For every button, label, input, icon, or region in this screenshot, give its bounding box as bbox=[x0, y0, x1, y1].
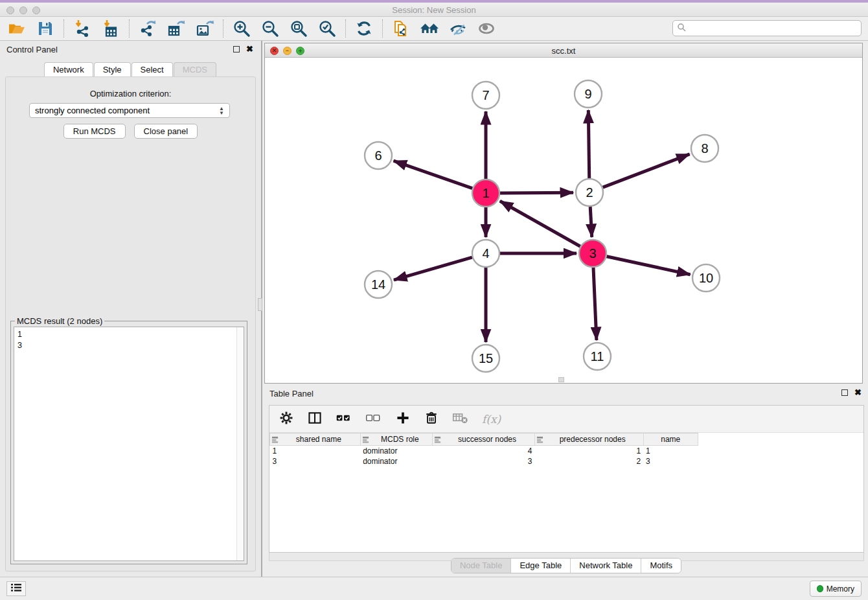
table-row[interactable]: 3 dominator 3 2 3 bbox=[270, 456, 698, 467]
mcds-result-area[interactable]: 1 3 bbox=[14, 327, 244, 561]
split-columns-icon bbox=[307, 410, 323, 428]
float-table-panel-icon[interactable] bbox=[841, 389, 848, 396]
graph-node-label: 2 bbox=[586, 185, 593, 200]
chevron-up-down-icon: ▲▼ bbox=[219, 106, 224, 115]
result-scrollbar[interactable] bbox=[236, 327, 244, 560]
delete-row-button[interactable] bbox=[424, 410, 439, 428]
graph-node-label: 9 bbox=[584, 87, 591, 101]
cell-mcds-role[interactable]: dominator bbox=[360, 456, 433, 467]
export-image-button[interactable] bbox=[194, 19, 215, 38]
cell-shared-name[interactable]: 1 bbox=[270, 446, 361, 456]
zoom-fit-button[interactable] bbox=[288, 19, 309, 38]
network-canvas[interactable]: 7968124314101511 bbox=[265, 58, 862, 383]
graph-edge-2-9[interactable] bbox=[588, 110, 589, 178]
graph-node-11[interactable]: 11 bbox=[584, 343, 611, 370]
graph-edge-3-1[interactable] bbox=[500, 201, 580, 246]
canvas-resize-handle[interactable] bbox=[558, 377, 564, 382]
deselect-all-button[interactable] bbox=[365, 411, 382, 428]
open-session-button[interactable] bbox=[6, 19, 27, 38]
zoom-selected-button[interactable] bbox=[317, 19, 337, 38]
tab-motifs[interactable]: Motifs bbox=[641, 559, 681, 573]
optimization-select[interactable]: strongly connected component ▲▼ bbox=[29, 103, 230, 118]
import-network-button[interactable] bbox=[72, 19, 93, 38]
tab-style[interactable]: Style bbox=[94, 62, 131, 77]
tab-network-table[interactable]: Network Table bbox=[571, 559, 641, 573]
zoom-out-button[interactable] bbox=[260, 19, 280, 38]
save-session-button[interactable] bbox=[35, 19, 56, 38]
graph-edge-2-8[interactable] bbox=[603, 154, 690, 187]
close-panel-icon[interactable]: ✖ bbox=[246, 46, 253, 52]
close-table-panel-icon[interactable]: ✖ bbox=[854, 389, 862, 396]
column-flag-icon bbox=[434, 436, 441, 443]
graph-node-label: 11 bbox=[591, 349, 604, 363]
cell-predecessor-nodes[interactable]: 1 bbox=[534, 446, 643, 456]
cell-mcds-role[interactable]: dominator bbox=[360, 446, 433, 456]
graph-node-1[interactable]: 1 bbox=[472, 179, 499, 207]
column-header-successor-nodes[interactable]: successor nodes bbox=[433, 433, 535, 446]
network-window-titlebar[interactable]: ✕ − ＋ scc.txt bbox=[265, 43, 862, 58]
graph-edge-1-6[interactable] bbox=[394, 161, 473, 189]
add-row-button[interactable] bbox=[395, 410, 411, 428]
splitter-handle[interactable] bbox=[258, 298, 262, 311]
duplicate-network-icon bbox=[392, 19, 410, 38]
graph-node-label: 3 bbox=[589, 246, 596, 260]
zoom-in-button[interactable] bbox=[231, 19, 252, 38]
column-header-name[interactable]: name bbox=[643, 433, 698, 446]
cell-name[interactable]: 3 bbox=[643, 456, 698, 467]
graph-node-2[interactable]: 2 bbox=[576, 179, 603, 206]
search-input[interactable] bbox=[686, 22, 861, 35]
graph-edge-2-3[interactable] bbox=[590, 207, 592, 237]
select-all-button[interactable] bbox=[336, 411, 352, 428]
graph-node-label: 10 bbox=[699, 271, 713, 285]
export-table-button[interactable] bbox=[166, 19, 187, 38]
hide-graphics-details-button[interactable] bbox=[448, 19, 468, 38]
split-panel-button[interactable] bbox=[307, 410, 323, 428]
graph-node-14[interactable]: 14 bbox=[365, 271, 392, 298]
graph-edge-4-14[interactable] bbox=[394, 257, 472, 280]
table-panel: Table Panel ✖ bbox=[264, 386, 868, 575]
graph-node-7[interactable]: 7 bbox=[472, 82, 499, 109]
graph-node-label: 6 bbox=[374, 148, 382, 163]
graph-node-3[interactable]: 3 bbox=[579, 240, 606, 267]
column-header-predecessor-nodes[interactable]: predecessor nodes bbox=[534, 433, 643, 446]
float-panel-icon[interactable] bbox=[233, 46, 240, 52]
cell-name[interactable]: 1 bbox=[643, 446, 698, 456]
graph-edge-3-11[interactable] bbox=[593, 268, 597, 340]
tab-select[interactable]: Select bbox=[131, 62, 173, 77]
column-flag-icon bbox=[362, 436, 369, 443]
memory-button[interactable]: Memory bbox=[810, 581, 862, 597]
import-network-icon bbox=[73, 19, 91, 38]
tab-node-table[interactable]: Node Table bbox=[451, 559, 512, 573]
tab-network[interactable]: Network bbox=[44, 62, 93, 77]
graph-edge-1-2[interactable] bbox=[500, 192, 573, 193]
graph-node-4[interactable]: 4 bbox=[472, 240, 499, 267]
toolbar-separator bbox=[345, 19, 346, 38]
export-network-button[interactable] bbox=[137, 19, 158, 38]
cell-successor-nodes[interactable]: 3 bbox=[433, 456, 535, 467]
duplicate-network-button[interactable] bbox=[391, 19, 411, 38]
show-graphics-details-button[interactable] bbox=[476, 19, 497, 38]
close-panel-button[interactable]: Close panel bbox=[134, 124, 198, 139]
tab-mcds[interactable]: MCDS bbox=[174, 62, 216, 77]
column-header-shared-name[interactable]: shared name bbox=[270, 433, 361, 446]
run-mcds-button[interactable]: Run MCDS bbox=[63, 124, 126, 139]
table-row[interactable]: 1 dominator 4 1 1 bbox=[270, 446, 698, 456]
mcds-result-title: MCDS result (2 nodes) bbox=[15, 316, 104, 326]
task-history-button[interactable] bbox=[6, 581, 26, 596]
import-table-button[interactable] bbox=[100, 19, 121, 38]
graph-node-10[interactable]: 10 bbox=[692, 264, 720, 292]
refresh-button[interactable] bbox=[354, 19, 374, 38]
delete-table-button bbox=[452, 411, 469, 428]
cell-shared-name[interactable]: 3 bbox=[270, 456, 361, 467]
graph-node-6[interactable]: 6 bbox=[365, 142, 392, 169]
cell-predecessor-nodes[interactable]: 2 bbox=[534, 456, 643, 467]
graph-node-8[interactable]: 8 bbox=[691, 135, 718, 162]
column-header-mcds-role[interactable]: MCDS role bbox=[360, 433, 433, 446]
graph-node-15[interactable]: 15 bbox=[472, 345, 499, 372]
tab-edge-table[interactable]: Edge Table bbox=[511, 559, 571, 573]
graph-node-9[interactable]: 9 bbox=[575, 80, 602, 108]
cell-successor-nodes[interactable]: 4 bbox=[433, 446, 535, 456]
table-settings-button[interactable] bbox=[279, 410, 294, 428]
houses-button[interactable] bbox=[419, 19, 440, 38]
graph-edge-3-10[interactable] bbox=[607, 257, 691, 275]
